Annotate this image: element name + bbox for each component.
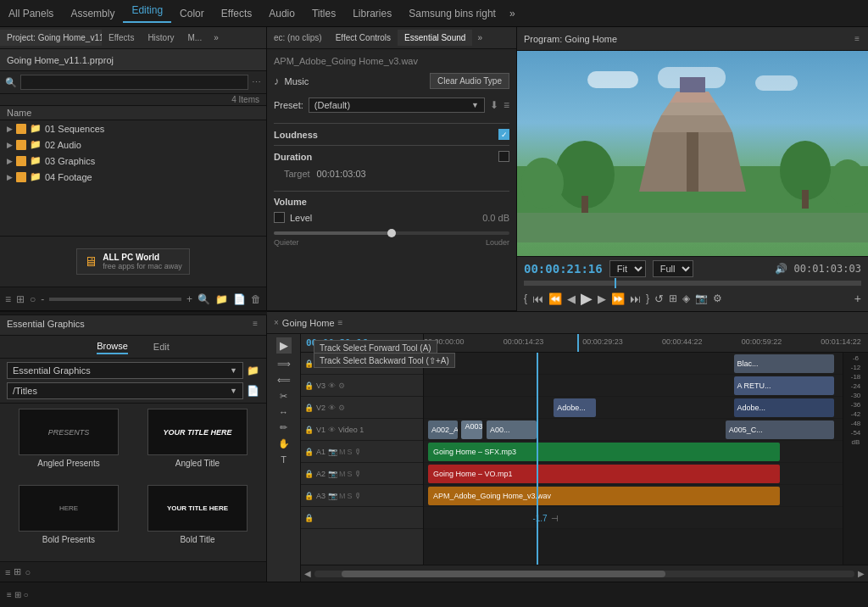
timeline-scrollbar[interactable]: ◀ ▶: [301, 565, 868, 582]
lock-v3-icon[interactable]: 🔒: [304, 381, 314, 390]
tool-text-icon[interactable]: T: [281, 454, 287, 465]
tree-item-02-audio[interactable]: ▶ 📁 02 Audio: [0, 136, 266, 153]
freeform-icon[interactable]: ○: [30, 293, 36, 305]
a2-cam-icon[interactable]: 📷: [328, 470, 337, 478]
clip-v2-adobe2[interactable]: Adobe...: [734, 398, 835, 417]
tab-essential-sound[interactable]: Essential Sound: [398, 30, 472, 46]
safe-margins-button[interactable]: ⊞: [669, 292, 677, 304]
a2-mic-icon[interactable]: 🎙: [354, 470, 362, 478]
program-timecode-display[interactable]: 00:00:21:16: [524, 262, 603, 276]
track-v1-eye-icon[interactable]: 👁: [328, 426, 336, 434]
eg-panel-menu-icon[interactable]: ≡: [251, 319, 259, 328]
quality-select[interactable]: Full: [653, 260, 693, 277]
tab-effect-controls[interactable]: Effect Controls: [329, 30, 398, 46]
clip-a3-music[interactable]: APM_Adobe_Going Home_v3.wav: [428, 487, 780, 505]
duration-checkbox[interactable]: [498, 151, 509, 162]
eg-new-folder-icon[interactable]: 📁: [247, 365, 259, 376]
a1-s-label[interactable]: S: [348, 448, 353, 456]
a3-m-label[interactable]: M: [339, 492, 346, 500]
nav-item-color[interactable]: Color: [171, 8, 213, 19]
track-row-v3[interactable]: A RETU...: [424, 375, 843, 397]
zoom-in-icon[interactable]: +: [186, 293, 192, 305]
search-options-icon[interactable]: ⋯: [252, 77, 261, 88]
clip-v3-aretu[interactable]: A RETU...: [734, 376, 835, 395]
clip-v2-adobe1[interactable]: Adobe...: [554, 398, 595, 417]
preset-save-icon[interactable]: ⬇: [490, 99, 498, 111]
nav-item-samsung[interactable]: Samsung bins right: [400, 8, 504, 19]
nav-item-editing[interactable]: Editing: [123, 4, 171, 23]
add-marker-button[interactable]: ◈: [682, 292, 690, 304]
a1-m-label[interactable]: M: [339, 448, 346, 456]
clear-audio-type-button[interactable]: Clear Audio Type: [430, 73, 509, 89]
tab-history[interactable]: History: [141, 30, 181, 46]
track-row-a1[interactable]: Going Home – SFX.mp3: [424, 441, 843, 463]
tree-item-01-sequences[interactable]: ▶ 📁 01 Sequences: [0, 120, 266, 136]
step-forward-button[interactable]: ⏭: [630, 292, 641, 305]
eg-play-icon[interactable]: ○: [25, 567, 31, 577]
nav-item-titles[interactable]: Titles: [303, 8, 344, 19]
clip-a1-sfx[interactable]: Going Home – SFX.mp3: [428, 443, 780, 461]
lock-v1-icon[interactable]: 🔒: [304, 426, 314, 434]
search-project-icon[interactable]: 🔍: [198, 293, 210, 305]
eg-new-title-icon[interactable]: 📄: [247, 385, 259, 397]
in-point-button[interactable]: {: [524, 292, 527, 304]
loop-button[interactable]: ↺: [654, 292, 664, 305]
clip-v1-a002[interactable]: A002_A0...: [428, 420, 458, 439]
clip-v1-a003[interactable]: A003: [461, 420, 482, 439]
tool-pen-icon[interactable]: ✏: [280, 422, 287, 433]
play-forward-button[interactable]: ⏩: [611, 292, 625, 305]
tree-item-03-graphics[interactable]: ▶ 📁 03 Graphics: [0, 153, 266, 169]
add-track-button[interactable]: +: [854, 292, 861, 305]
a1-cam-icon[interactable]: 📷: [328, 448, 337, 456]
eg-item-angled-title[interactable]: YOUR TITLE HERE Angled Title: [136, 409, 259, 480]
step-back-frame-button[interactable]: ◀: [567, 292, 576, 305]
a1-mic-icon[interactable]: 🎙: [354, 448, 362, 456]
sequence-menu-icon[interactable]: ≡: [338, 318, 343, 327]
step-back-button[interactable]: ⏮: [532, 292, 543, 305]
a3-mic-icon[interactable]: 🎙: [354, 492, 362, 500]
a2-m-label[interactable]: M: [339, 470, 346, 478]
tree-item-04-footage[interactable]: ▶ 📁 04 Footage: [0, 169, 266, 185]
audio-controls-icon[interactable]: 🔊: [775, 263, 787, 275]
out-point-button[interactable]: }: [646, 292, 649, 304]
delete-icon[interactable]: 🗑: [251, 293, 261, 305]
tool-razor-icon[interactable]: ✂: [280, 391, 287, 402]
track-v3-eye-icon[interactable]: 👁: [328, 381, 336, 390]
new-bin-icon[interactable]: 📁: [215, 293, 228, 305]
scroll-left-icon[interactable]: ◀: [304, 569, 311, 578]
volume-slider[interactable]: [274, 231, 509, 235]
nav-item-libraries[interactable]: Libraries: [344, 8, 400, 19]
track-v2-eye-icon[interactable]: 👁: [328, 404, 336, 412]
scroll-right-icon[interactable]: ▶: [858, 569, 865, 578]
tab-project[interactable]: Project: Going Home_v11.1: [0, 30, 102, 46]
step-forward-frame-button[interactable]: ▶: [598, 292, 606, 305]
a3-cam-icon[interactable]: 📷: [328, 492, 337, 500]
tab-ec-no-clips[interactable]: ec: (no clips): [267, 30, 329, 46]
nav-item-all-panels[interactable]: All Panels: [0, 8, 62, 19]
level-checkbox[interactable]: [274, 212, 285, 223]
track-select-tool-icon[interactable]: ▶: [276, 337, 292, 354]
close-sequence-icon[interactable]: ×: [274, 318, 279, 327]
export-frame-button[interactable]: 📷: [695, 292, 708, 304]
nav-more-icon[interactable]: »: [504, 8, 520, 19]
track-v2-settings-icon[interactable]: ⚙: [338, 404, 345, 412]
lock-a1-icon[interactable]: 🔒: [304, 448, 314, 456]
track-row-v2[interactable]: Adobe... Adobe...: [424, 397, 843, 419]
playback-progress-bar[interactable]: [524, 281, 861, 286]
clip-v1-a00[interactable]: A00...: [487, 420, 537, 439]
play-button[interactable]: ▶: [581, 289, 593, 308]
a2-s-label[interactable]: S: [348, 470, 353, 478]
middle-more-icon[interactable]: »: [472, 30, 487, 46]
lock-v4-icon[interactable]: 🔒: [304, 359, 314, 368]
tab-effects[interactable]: Effects: [102, 30, 141, 46]
lock-a3-icon[interactable]: 🔒: [304, 492, 314, 500]
new-item-icon[interactable]: 📄: [233, 293, 246, 305]
tool-slip-icon[interactable]: ↔: [279, 407, 288, 417]
track-row-a3[interactable]: APM_Adobe_Going Home_v3.wav: [424, 485, 843, 507]
fit-select[interactable]: Fit: [609, 260, 646, 277]
eg-item-angled-presents[interactable]: PRESENTS Angled Presents: [7, 409, 131, 480]
track-row-v1[interactable]: A002_A0... A003 A00... A005_C...: [424, 419, 843, 441]
master-end-icon[interactable]: ⊣: [551, 513, 559, 522]
track-row-a2[interactable]: Going Home – VO.mp1: [424, 463, 843, 485]
eg-list-icon[interactable]: ≡: [5, 567, 10, 577]
